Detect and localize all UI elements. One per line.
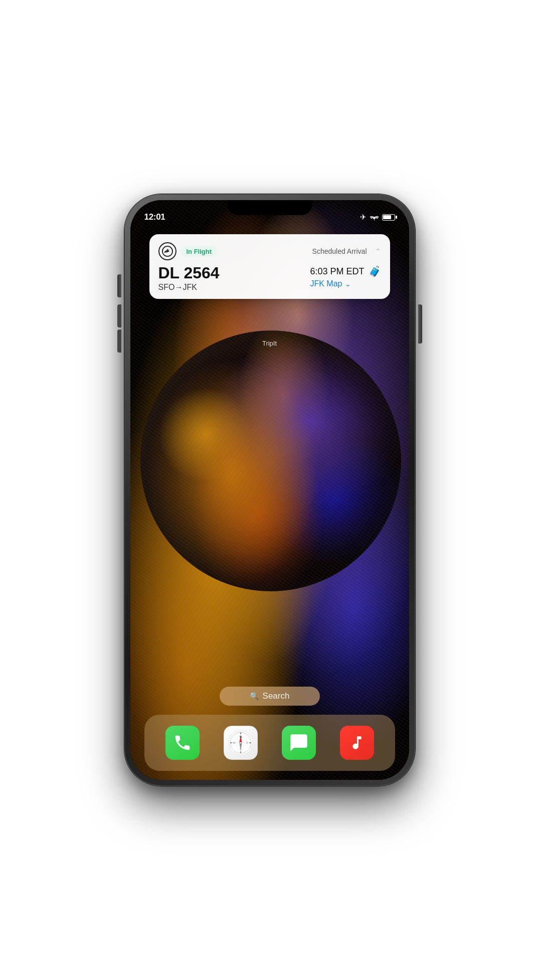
svg-text:S: S <box>240 748 242 751</box>
chevron-down-icon[interactable]: ⌄ <box>345 280 351 288</box>
battery-fill <box>383 215 391 219</box>
notification-card[interactable]: In Flight Scheduled Arrival ⌃ DL 2564 SF… <box>149 234 390 299</box>
search-label: Search <box>263 691 290 701</box>
status-icons: ✈ <box>360 213 395 222</box>
svg-text:N: N <box>240 735 242 738</box>
dock-app-phone[interactable] <box>165 726 200 760</box>
iphone-frame: 12:01 ✈ <box>124 194 415 786</box>
safari-app-icon: N S E W <box>228 730 254 756</box>
notification-header-left: In Flight <box>158 242 217 260</box>
notch <box>227 200 312 215</box>
dock: N S E W <box>144 715 395 771</box>
svg-text:E: E <box>246 741 248 744</box>
notification-left: DL 2564 SFO→JFK <box>158 264 220 292</box>
flight-route: SFO→JFK <box>158 283 220 292</box>
tripit-label: TripIt <box>262 340 277 347</box>
notification-header: In Flight Scheduled Arrival ⌃ <box>158 242 381 260</box>
jfk-map-row[interactable]: JFK Map ⌄ <box>310 279 351 288</box>
chevron-up-icon[interactable]: ⌃ <box>375 247 381 255</box>
arrival-time: 6:03 PM EDT <box>310 266 364 277</box>
phone-screen: 12:01 ✈ <box>130 200 409 780</box>
luggage-icon: 🧳 <box>369 265 381 277</box>
messages-app-icon <box>289 733 309 753</box>
phone-app-icon <box>173 733 192 752</box>
flight-number: DL 2564 <box>158 264 220 282</box>
dock-app-safari[interactable]: N S E W <box>224 726 258 760</box>
dock-app-messages[interactable] <box>282 726 316 760</box>
jfk-map-link[interactable]: JFK Map <box>310 279 342 288</box>
search-bar[interactable]: 🔍 Search <box>220 687 320 706</box>
search-icon: 🔍 <box>250 692 259 701</box>
airplane-icon <box>162 246 173 257</box>
wifi-icon <box>370 214 379 221</box>
notification-body: DL 2564 SFO→JFK 6:03 PM EDT 🧳 JFK Map ⌄ <box>158 264 381 292</box>
in-flight-badge: In Flight <box>182 246 217 257</box>
arrival-time-row: 6:03 PM EDT 🧳 <box>310 265 381 277</box>
dock-app-music[interactable] <box>340 726 374 760</box>
notification-header-right: Scheduled Arrival ⌃ <box>312 247 381 255</box>
battery-icon <box>382 214 395 221</box>
status-time: 12:01 <box>144 212 165 222</box>
scheduled-label: Scheduled Arrival <box>312 247 367 255</box>
music-app-icon <box>348 734 366 751</box>
notification-right: 6:03 PM EDT 🧳 JFK Map ⌄ <box>310 264 381 288</box>
flight-icon-circle <box>158 242 176 260</box>
svg-text:W: W <box>233 741 235 744</box>
airplane-mode-icon: ✈ <box>360 213 367 222</box>
